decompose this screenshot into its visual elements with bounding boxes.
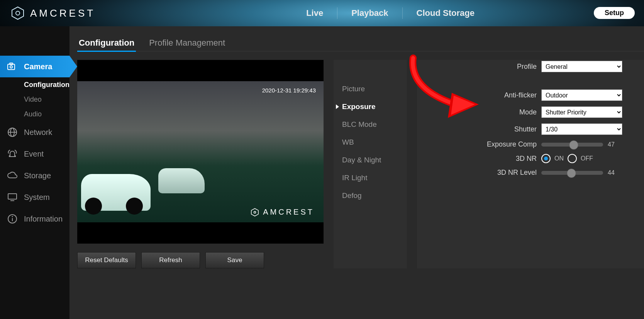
label-anti-flicker: Anti-flicker [417,91,541,99]
subtab-blc-mode[interactable]: BLC Mode [334,116,407,133]
svg-point-1 [16,11,20,15]
slider-exposure-comp[interactable] [541,143,603,147]
brand-text: AMCREST [30,7,95,19]
nav-cloud-storage[interactable]: Cloud Storage [403,8,488,18]
globe-icon [7,127,18,138]
radio-3dnr-off[interactable] [568,154,577,163]
label-3dnr-level: 3D NR Level [417,169,541,177]
svg-marker-13 [251,208,258,216]
overlay-watermark: AMCREST [251,208,314,217]
refresh-button[interactable]: Refresh [141,252,200,268]
select-shutter[interactable]: 1/30 [541,123,622,135]
radio-label-off: OFF [581,155,593,162]
tabs: Configuration Profile Management [77,35,644,51]
hexagon-icon [11,6,25,20]
svg-point-12 [12,216,13,217]
settings-panel: Profile General Anti-flicker Outdoor Mod… [417,60,644,268]
sidebar-item-label: Network [24,128,52,137]
brand-logo: AMCREST [11,6,95,20]
sidebar-item-storage[interactable]: Storage [0,165,69,186]
setup-button[interactable]: Setup [594,7,635,19]
sidebar-item-information[interactable]: Information [0,208,69,230]
subtab-label: WB [342,138,354,147]
video-preview: 2020-12-31 19:29:43 AMCREST [77,60,324,244]
slider-3dnr-level[interactable] [541,171,603,175]
sidebar-item-camera[interactable]: Camera [0,56,69,77]
subtab-defog[interactable]: Defog [334,187,407,205]
watermark-text: AMCREST [263,208,314,217]
sidebar-sub-audio[interactable]: Audio [0,107,69,121]
reset-defaults-button[interactable]: Reset Defaults [77,252,136,268]
sidebar-item-label: Event [24,150,44,159]
select-anti-flicker[interactable]: Outdoor [541,89,622,101]
nav-live[interactable]: Live [292,8,337,18]
sidebar-sub-video[interactable]: Video [0,92,69,107]
value-exposure-comp: 47 [608,141,615,148]
tab-profile-management[interactable]: Profile Management [147,35,227,51]
sidebar-item-label: System [24,193,50,202]
subtab-ir-light[interactable]: IR Light [334,169,407,187]
subtab-label: BLC Mode [342,120,377,129]
tab-configuration[interactable]: Configuration [77,35,136,51]
slider-thumb[interactable] [569,140,578,150]
sidebar-item-event[interactable]: Event [0,143,69,165]
label-profile: Profile [417,63,541,71]
preview-scene [77,81,324,222]
nav-playback[interactable]: Playback [337,8,402,18]
sidebar-item-label: Information [24,215,63,223]
sidebar-item-system[interactable]: System [0,186,69,208]
label-shutter: Shutter [417,125,541,133]
sidebar-sub-configuration[interactable]: Configuration [0,77,69,92]
slider-thumb[interactable] [567,169,576,178]
subtab-label: Day & Night [342,156,381,164]
cloud-icon [7,170,18,181]
overlay-timestamp: 2020-12-31 19:29:43 [262,87,316,94]
monitor-icon [7,192,18,203]
triangle-icon [336,104,339,109]
radio-label-on: ON [554,155,564,162]
subtab-label: Exposure [342,102,376,111]
content-area: Configuration Profile Management 2020-12… [69,26,644,319]
svg-rect-2 [8,64,15,70]
svg-marker-0 [12,7,24,19]
subtab-exposure[interactable]: Exposure [334,98,407,116]
subtab-label: Picture [342,85,365,93]
radio-3dnr-on[interactable] [541,154,551,163]
subtab-wb[interactable]: WB [334,133,407,151]
preview-car [158,168,205,193]
label-3dnr: 3D NR [417,155,541,163]
preview-car [81,174,151,211]
info-icon [7,213,18,224]
save-button[interactable]: Save [205,252,264,268]
select-mode[interactable]: Shutter Priority [541,106,622,118]
sidebar-item-label: Camera [24,62,52,71]
svg-point-3 [10,66,12,68]
bell-icon [7,148,18,159]
hexagon-icon [251,208,259,217]
subtab-label: Defog [342,191,362,200]
label-exposure-comp: Exposure Comp [417,140,541,148]
subtab-picture[interactable]: Picture [334,80,407,98]
value-3dnr-level: 44 [608,169,615,176]
select-profile[interactable]: General [541,61,622,72]
subtab-label: IR Light [342,174,367,182]
settings-subtabs: Picture Exposure BLC Mode WB Day & Night… [334,60,407,268]
svg-point-14 [254,211,256,213]
label-mode: Mode [417,108,541,116]
sidebar-item-network[interactable]: Network [0,121,69,143]
top-nav: Live Playback Cloud Storage [292,7,488,19]
sidebar: Camera Configuration Video Audio Network… [0,26,69,319]
sidebar-item-label: Storage [24,171,51,180]
camera-icon [7,61,18,72]
svg-rect-8 [8,194,17,199]
header-bar: AMCREST Live Playback Cloud Storage Setu… [0,0,644,26]
subtab-day-night[interactable]: Day & Night [334,151,407,169]
